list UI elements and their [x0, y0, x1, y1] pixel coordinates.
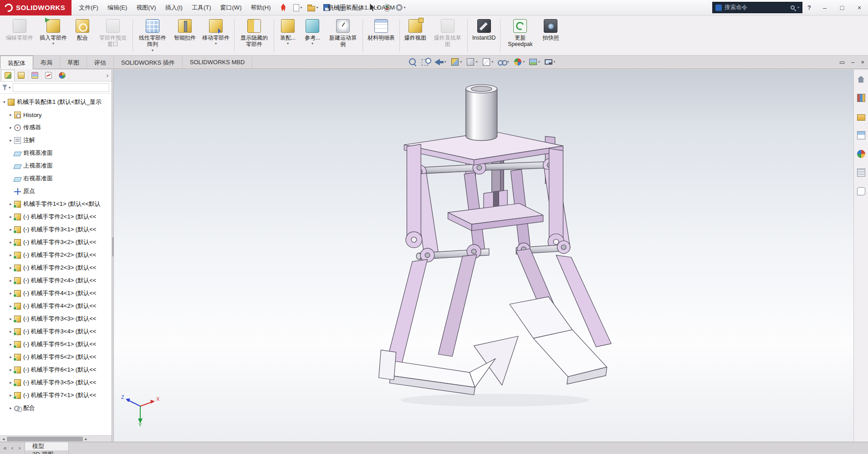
- tree-item[interactable]: ▸(-) 机械手零件5<2> (默认<<: [0, 351, 112, 363]
- frame-leg-left[interactable]: [407, 144, 421, 239]
- tree-item[interactable]: ▸(-) 机械手零件5<1> (默认<<: [0, 338, 112, 351]
- tree-item[interactable]: ▸(-) 机械手零件2<3> (默认<<: [0, 261, 112, 274]
- rebuild-button[interactable]: [382, 3, 393, 13]
- ribbon-button-assembly-features[interactable]: 装配...▾: [276, 17, 300, 55]
- tree-item[interactable]: 上视基准面: [0, 159, 112, 172]
- maximize-button[interactable]: □: [833, 0, 851, 15]
- bottom-nav-icon-2[interactable]: ‹: [9, 445, 16, 451]
- ribbon-tab-6[interactable]: SOLIDWORKS MBD: [183, 56, 253, 69]
- taskpane-solidworks-resources-button[interactable]: [855, 73, 867, 85]
- tree-item[interactable]: ▸(-) 机械手零件2<4> (默认<<: [0, 274, 112, 287]
- search-scope-icon[interactable]: [715, 5, 722, 11]
- taskpane-custom-properties-button[interactable]: [855, 167, 867, 179]
- taskpane-view-palette-button[interactable]: [855, 129, 867, 141]
- ribbon-button-reference-geometry[interactable]: 参考...▾: [300, 17, 325, 55]
- ribbon-button-take-snapshot[interactable]: 拍快照: [538, 17, 563, 55]
- print-button[interactable]: ▾: [337, 3, 351, 12]
- ribbon-button-motion-study[interactable]: 新建运动算例: [325, 17, 361, 55]
- options-button[interactable]: ▾: [394, 3, 408, 12]
- ribbon-button-update-speedpak[interactable]: 更新 Speedpak: [502, 17, 538, 55]
- menu-item-7[interactable]: 帮助(H): [246, 0, 275, 15]
- tree-item[interactable]: ▸(-) 机械手零件2<2> (默认<<: [0, 249, 112, 261]
- filter-caret-icon[interactable]: ▾: [9, 86, 10, 90]
- panel-tab-propertymanager[interactable]: [15, 70, 28, 81]
- ribbon-button-explode-line-sketch[interactable]: 爆炸直线草图: [429, 17, 466, 55]
- tree-item[interactable]: 前视基准面: [0, 147, 112, 159]
- graphics-area[interactable]: Z X Y: [114, 70, 853, 442]
- panel-flyout-chevron-icon[interactable]: ›: [103, 72, 112, 79]
- previous-view-button[interactable]: ▾: [434, 58, 447, 66]
- ribbon-tab-2[interactable]: 布局: [33, 56, 60, 69]
- panel-tab-featuremanager[interactable]: [1, 70, 15, 81]
- menu-item-1[interactable]: 文件(F): [74, 0, 103, 15]
- tree-item[interactable]: ▸(-) 机械手零件2<1> (默认<<: [0, 210, 112, 223]
- frame-leg-right[interactable]: [549, 148, 563, 241]
- search-caret-icon[interactable]: ▾: [797, 5, 799, 10]
- ribbon-button-bill-of-materials[interactable]: 材料明细表: [364, 17, 398, 55]
- select-button[interactable]: ▾: [368, 2, 380, 13]
- search-command-box[interactable]: 搜索命令 ▾: [712, 2, 802, 13]
- zoom-to-area-button[interactable]: [420, 57, 431, 67]
- tree-item[interactable]: ▸(-) 机械手零件3<4> (默认<<: [0, 325, 112, 338]
- ribbon-tab-4[interactable]: 评估: [87, 56, 114, 69]
- search-icon[interactable]: [791, 5, 795, 10]
- document-close-button[interactable]: ×: [861, 58, 864, 66]
- ribbon-tab-3[interactable]: 草图: [60, 56, 87, 69]
- menu-item-3[interactable]: 视图(V): [132, 0, 160, 15]
- tree-item[interactable]: ▸(-) 机械手零件4<2> (默认<<: [0, 300, 112, 312]
- tree-item[interactable]: ▸(-) 机械手零件7<1> (默认<<: [0, 389, 112, 402]
- whats-new-rocket-icon[interactable]: [280, 4, 287, 11]
- tree-item[interactable]: ▸机械手零件1<1> (默认<<默认: [0, 198, 112, 210]
- expand-arrow-icon[interactable]: ▸: [8, 112, 14, 117]
- tree-item[interactable]: ▸(-) 机械手零件3<3> (默认<<: [0, 312, 112, 325]
- save-button[interactable]: ▾: [322, 3, 335, 12]
- ribbon-button-mate[interactable]: 配合: [70, 17, 95, 55]
- tree-item[interactable]: ▸(-) 机械手零件3<1> (默认<<: [0, 223, 112, 236]
- expand-arrow-icon[interactable]: ▸: [8, 406, 14, 410]
- tree-item[interactable]: ▸History: [0, 108, 112, 121]
- zoom-to-fit-button[interactable]: [407, 57, 418, 67]
- taskpane-forum-button[interactable]: [855, 185, 867, 197]
- tree-item[interactable]: ▸(-) 机械手零件3<5> (默认<<: [0, 376, 112, 389]
- view-settings-button[interactable]: ▾: [543, 58, 557, 66]
- taskpane-design-library-button[interactable]: [855, 92, 867, 104]
- minimize-button[interactable]: –: [816, 0, 833, 15]
- panel-tab-dimxpertmanager[interactable]: [42, 70, 56, 81]
- section-view-button[interactable]: ▾: [449, 57, 463, 67]
- expand-arrow-icon[interactable]: ▸: [8, 125, 14, 130]
- document-restore-button[interactable]: ▭: [839, 58, 845, 66]
- ribbon-tab-5[interactable]: SOLIDWORKS 插件: [114, 56, 183, 69]
- bottom-tab-1[interactable]: 模型: [25, 442, 69, 450]
- expand-arrow-icon[interactable]: ▾: [1, 100, 7, 104]
- search-input[interactable]: 搜索命令: [725, 4, 788, 11]
- filter-funnel-icon[interactable]: [2, 85, 7, 90]
- scrollbar-thumb[interactable]: [7, 437, 83, 441]
- filter-input[interactable]: [13, 83, 109, 92]
- undo-button[interactable]: ▾: [352, 3, 366, 12]
- new-document-button[interactable]: ▾: [291, 3, 304, 13]
- menu-item-6[interactable]: 窗口(W): [216, 0, 246, 15]
- tree-item[interactable]: ▸(-) 机械手零件4<1> (默认<<: [0, 287, 112, 300]
- view-orientation-button[interactable]: ▾: [465, 57, 479, 67]
- tree-item[interactable]: 原点: [0, 185, 112, 198]
- ribbon-button-component-preview[interactable]: 零部件预览窗口: [95, 17, 131, 55]
- tree-item[interactable]: ▸(-) 机械手零件6<1> (默认<<: [0, 363, 112, 376]
- tree-item[interactable]: ▸注解: [0, 134, 112, 147]
- ribbon-button-exploded-view[interactable]: 爆炸视图: [401, 17, 429, 55]
- tree-item[interactable]: ▸(-) 机械手零件3<2> (默认<<: [0, 236, 112, 249]
- scroll-left-icon[interactable]: ◂: [0, 437, 7, 441]
- menu-item-5[interactable]: 工具(T): [187, 0, 216, 15]
- ribbon-button-linear-pattern[interactable]: 线性零部件阵列▾: [134, 17, 171, 55]
- display-style-button[interactable]: ▾: [481, 57, 495, 67]
- gripper-assembly-model[interactable]: [114, 70, 853, 442]
- tree-item[interactable]: ▾机械手装配体1 (默认<默认_显示: [0, 96, 112, 108]
- ribbon-button-insert-component[interactable]: 插入零部件▾: [36, 17, 70, 55]
- ribbon-button-smart-fasteners[interactable]: 智能扣件: [171, 17, 199, 55]
- tree-item[interactable]: ▸配合: [0, 402, 112, 414]
- scroll-right-icon[interactable]: ▸: [83, 437, 90, 441]
- menu-item-4[interactable]: 插入(I): [161, 0, 187, 15]
- panel-tab-configurationmanager[interactable]: [28, 70, 42, 81]
- ribbon-button-edit-component[interactable]: 编辑零部件: [3, 17, 36, 55]
- edit-appearance-button[interactable]: ▾: [512, 57, 526, 67]
- expand-arrow-icon[interactable]: ▸: [8, 138, 14, 143]
